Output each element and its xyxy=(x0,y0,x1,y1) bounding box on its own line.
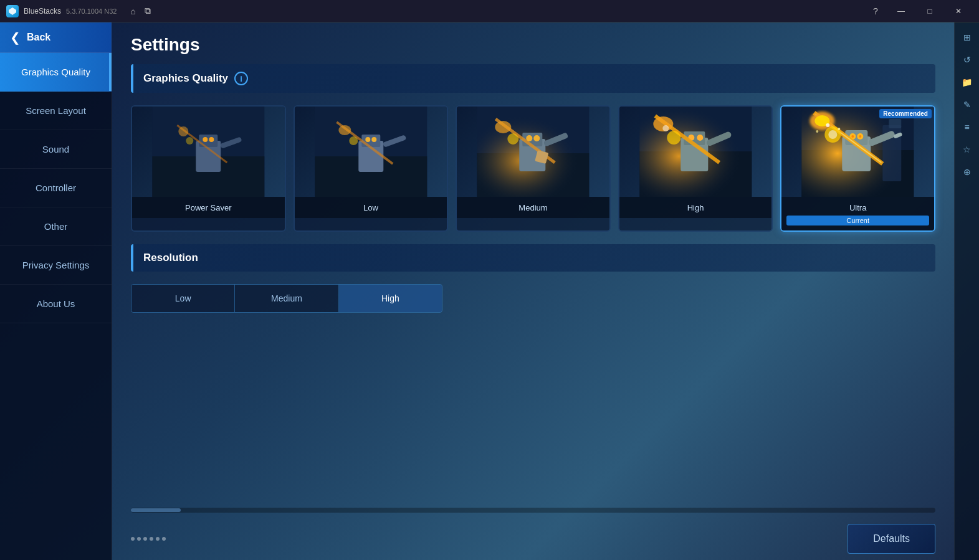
title-bar: BlueStacks 5.3.70.1004 N32 ⌂ ⧉ ? — □ ✕ xyxy=(0,0,979,22)
svg-point-20 xyxy=(349,136,358,145)
resolution-section: Resolution Low Medium High xyxy=(131,244,935,313)
dot-3 xyxy=(143,537,147,541)
toolbar-icon-4[interactable]: ✎ xyxy=(957,95,977,115)
horizontal-scrollbar[interactable] xyxy=(131,508,935,513)
sidebar-item-other[interactable]: Other xyxy=(0,207,112,246)
card-label-area-ultra: Ultra Current xyxy=(781,197,934,230)
right-toolbar: ⊞ ↺ 📁 ✎ ≡ ☆ ⊕ xyxy=(954,22,979,560)
toolbar-icon-6[interactable]: ☆ xyxy=(957,140,977,159)
back-arrow-icon: ❮ xyxy=(10,30,21,45)
card-label-high: High xyxy=(687,203,704,212)
scroll-dots xyxy=(131,537,166,541)
svg-point-16 xyxy=(371,137,376,142)
svg-point-9 xyxy=(178,126,188,136)
resolution-title: Resolution xyxy=(143,252,198,264)
app-name: BlueStacks xyxy=(24,7,61,16)
maximize-button[interactable]: □ xyxy=(915,0,944,22)
card-image-high xyxy=(619,107,772,197)
help-icon[interactable]: ? xyxy=(871,6,881,16)
sidebar-item-about-us[interactable]: About Us xyxy=(0,285,112,323)
home-icon[interactable]: ⌂ xyxy=(128,6,138,16)
sidebar: ❮ Back Graphics Quality Screen Layout So… xyxy=(0,22,112,560)
back-button[interactable]: ❮ Back xyxy=(0,22,112,53)
settings-title: Settings xyxy=(112,22,954,64)
toolbar-icon-7[interactable]: ⊕ xyxy=(957,162,977,182)
toolbar-icon-5[interactable]: ≡ xyxy=(957,117,977,137)
svg-point-27 xyxy=(533,135,540,141)
svg-rect-49 xyxy=(889,119,902,128)
svg-point-66 xyxy=(816,130,819,133)
sidebar-item-privacy-settings[interactable]: Privacy Settings xyxy=(0,246,112,285)
dot-5 xyxy=(156,537,160,541)
layers-icon[interactable]: ⧉ xyxy=(143,6,153,16)
dot-2 xyxy=(137,537,141,541)
svg-point-6 xyxy=(209,137,214,142)
resolution-low-button[interactable]: Low xyxy=(131,285,235,312)
current-badge: Current xyxy=(786,216,929,225)
card-label-power-saver: Power Saver xyxy=(185,203,231,212)
quality-card-ultra[interactable]: Recommended Ultra Current xyxy=(780,105,935,232)
sidebar-item-controller[interactable]: Controller xyxy=(0,169,112,207)
quality-card-low[interactable]: Low xyxy=(294,105,449,232)
resolution-medium-button[interactable]: Medium xyxy=(235,285,338,312)
svg-point-19 xyxy=(338,125,351,135)
resolution-buttons: Low Medium High xyxy=(131,284,442,313)
svg-point-5 xyxy=(203,137,208,142)
svg-marker-0 xyxy=(9,7,16,15)
graphics-quality-section: Graphics Quality i xyxy=(131,64,935,232)
window-controls: ? — □ ✕ xyxy=(871,0,973,22)
graphics-quality-info-icon[interactable]: i xyxy=(234,72,248,85)
back-label: Back xyxy=(27,32,50,43)
svg-rect-4 xyxy=(199,135,217,147)
card-label-ultra: Ultra xyxy=(849,203,866,212)
dot-1 xyxy=(131,537,135,541)
bottom-bar: Defaults xyxy=(112,518,954,560)
sidebar-item-screen-layout[interactable]: Screen Layout xyxy=(0,92,112,130)
svg-rect-14 xyxy=(361,135,380,147)
minimize-button[interactable]: — xyxy=(887,0,915,22)
svg-point-63 xyxy=(829,130,838,139)
graphics-quality-header: Graphics Quality i xyxy=(131,64,935,93)
app-version: 5.3.70.1004 N32 xyxy=(66,7,117,15)
sidebar-item-sound[interactable]: Sound xyxy=(0,130,112,169)
svg-point-31 xyxy=(507,133,518,145)
quality-card-high[interactable]: High xyxy=(618,105,773,232)
close-button[interactable]: ✕ xyxy=(944,0,973,22)
quality-card-medium[interactable]: Medium xyxy=(456,105,611,232)
dot-6 xyxy=(162,537,166,541)
svg-point-30 xyxy=(495,121,511,133)
svg-point-15 xyxy=(365,137,370,142)
toolbar-icon-3[interactable]: 📁 xyxy=(957,72,977,92)
svg-point-64 xyxy=(826,123,830,127)
card-label-area-medium: Medium xyxy=(457,197,609,218)
card-label-low: Low xyxy=(363,203,378,212)
svg-point-65 xyxy=(838,128,841,130)
resolution-header: Resolution xyxy=(131,244,935,272)
toolbar-icon-1[interactable]: ⊞ xyxy=(957,27,977,47)
bluestacks-logo xyxy=(6,5,19,17)
card-image-low xyxy=(295,107,447,197)
svg-point-44 xyxy=(662,125,669,131)
svg-point-43 xyxy=(667,131,681,145)
dot-4 xyxy=(150,537,153,541)
card-label-area-high: High xyxy=(619,197,772,218)
card-image-power-saver xyxy=(132,107,285,197)
card-label-area-power-saver: Power Saver xyxy=(132,197,285,218)
toolbar-icon-2[interactable]: ↺ xyxy=(957,50,977,70)
defaults-button[interactable]: Defaults xyxy=(848,524,935,554)
svg-point-10 xyxy=(186,137,193,145)
quality-card-power-saver[interactable]: Power Saver xyxy=(131,105,286,232)
recommended-badge: Recommended xyxy=(879,109,932,118)
card-label-area-low: Low xyxy=(295,197,447,218)
svg-point-39 xyxy=(697,135,703,141)
card-image-ultra: Recommended xyxy=(781,107,934,197)
svg-point-54 xyxy=(852,135,854,138)
card-image-medium xyxy=(457,107,609,197)
svg-point-55 xyxy=(859,135,862,138)
card-label-medium: Medium xyxy=(518,203,547,212)
right-panel: Settings Graphics Quality i xyxy=(112,22,954,560)
h-scrollbar-thumb xyxy=(131,508,181,512)
sidebar-item-graphics-quality[interactable]: Graphics Quality xyxy=(0,53,112,92)
resolution-high-button[interactable]: High xyxy=(339,285,442,312)
app-body: ❮ Back Graphics Quality Screen Layout So… xyxy=(0,22,979,560)
